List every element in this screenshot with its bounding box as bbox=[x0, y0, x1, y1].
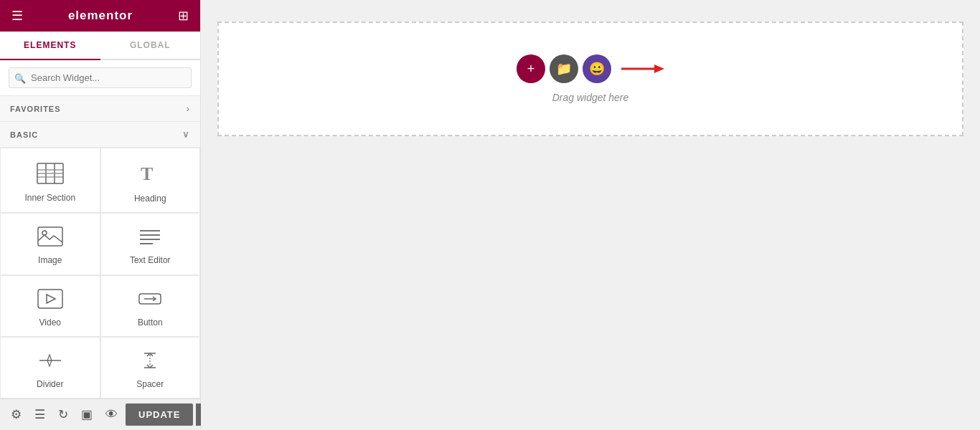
svg-marker-29 bbox=[654, 64, 664, 73]
image-icon bbox=[37, 226, 63, 249]
basic-arrow: ∨ bbox=[182, 129, 190, 140]
tab-elements[interactable]: ELEMENTS bbox=[0, 32, 100, 60]
favorites-arrow: › bbox=[187, 103, 190, 114]
video-icon bbox=[37, 289, 63, 312]
widget-video[interactable]: Video bbox=[0, 275, 100, 337]
image-label: Image bbox=[38, 255, 62, 265]
grid-icon[interactable]: ⊞ bbox=[178, 8, 189, 24]
app-title: elementor bbox=[68, 9, 133, 23]
responsive-icon-btn[interactable]: ▣ bbox=[76, 403, 98, 426]
spacer-label: Spacer bbox=[136, 379, 164, 389]
spacer-icon bbox=[137, 350, 163, 373]
layers-icon-btn[interactable]: ☰ bbox=[29, 403, 50, 426]
drag-widget-text: Drag widget here bbox=[552, 92, 629, 103]
widget-divider[interactable]: Divider bbox=[0, 337, 100, 398]
inner-section-icon bbox=[37, 163, 64, 187]
search-wrap: 🔍 bbox=[0, 60, 200, 96]
widget-heading[interactable]: T Heading bbox=[100, 148, 201, 213]
bottom-toolbar: ⚙ ☰ ↻ ▣ 👁 UPDATE ▲ bbox=[0, 398, 200, 430]
widget-text-editor[interactable]: Text Editor bbox=[100, 213, 201, 274]
sidebar-header: ☰ elementor ⊞ bbox=[0, 0, 200, 32]
history-icon-btn[interactable]: ↻ bbox=[53, 403, 73, 426]
favorites-section-header[interactable]: FAVORITES › bbox=[0, 96, 200, 122]
tab-global[interactable]: GLOBAL bbox=[100, 32, 201, 60]
svg-text:T: T bbox=[141, 163, 153, 184]
heading-label: Heading bbox=[134, 194, 166, 204]
preview-icon-btn[interactable]: 👁 bbox=[100, 404, 123, 426]
divider-label: Divider bbox=[37, 379, 63, 389]
red-arrow-indicator bbox=[621, 62, 664, 76]
sidebar-tabs: ELEMENTS GLOBAL bbox=[0, 32, 200, 60]
folder-icon: 📁 bbox=[556, 61, 572, 77]
button-icon bbox=[137, 289, 163, 312]
update-button[interactable]: UPDATE bbox=[126, 403, 193, 426]
inner-section-label: Inner Section bbox=[24, 193, 75, 203]
basic-label: BASIC bbox=[10, 130, 38, 139]
text-editor-icon bbox=[137, 226, 163, 249]
face-btn[interactable]: 😀 bbox=[583, 54, 611, 83]
add-section-btn[interactable]: + bbox=[517, 54, 545, 83]
settings-icon-btn[interactable]: ⚙ bbox=[6, 403, 27, 426]
section-action-buttons: + 📁 😀 bbox=[517, 54, 664, 83]
widget-button[interactable]: Button bbox=[100, 275, 201, 337]
basic-section-header[interactable]: BASIC ∨ bbox=[0, 122, 200, 148]
canvas-area: + 📁 😀 Drag widget here bbox=[201, 0, 980, 430]
button-label: Button bbox=[138, 317, 163, 328]
svg-rect-13 bbox=[38, 227, 62, 246]
face-icon: 😀 bbox=[589, 61, 605, 77]
folder-btn[interactable]: 📁 bbox=[550, 54, 578, 83]
svg-rect-19 bbox=[38, 290, 62, 308]
widget-spacer[interactable]: Spacer bbox=[100, 337, 201, 398]
canvas-section: + 📁 😀 Drag widget here bbox=[217, 22, 963, 136]
plus-icon: + bbox=[527, 62, 535, 77]
widgets-grid: Inner Section T Heading Image bbox=[0, 148, 200, 398]
svg-marker-20 bbox=[47, 295, 55, 303]
search-icon: 🔍 bbox=[14, 72, 26, 83]
search-input[interactable] bbox=[9, 67, 192, 88]
divider-icon bbox=[37, 350, 63, 373]
favorites-label: FAVORITES bbox=[10, 105, 61, 113]
widget-inner-section[interactable]: Inner Section bbox=[0, 148, 100, 213]
video-label: Video bbox=[39, 317, 61, 328]
heading-icon: T bbox=[138, 161, 162, 188]
widget-image[interactable]: Image bbox=[0, 213, 100, 274]
menu-icon[interactable]: ☰ bbox=[11, 8, 23, 24]
text-editor-label: Text Editor bbox=[130, 255, 171, 265]
